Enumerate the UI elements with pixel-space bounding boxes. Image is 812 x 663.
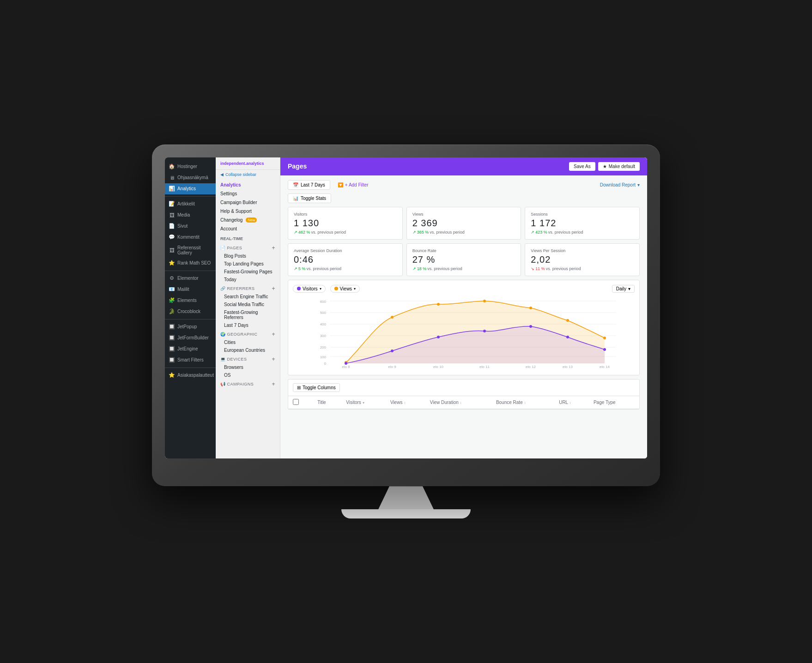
toggle-columns-button[interactable]: ⊞ Toggle Columns <box>293 383 340 392</box>
col-views[interactable]: Views ↕ <box>386 396 425 409</box>
legend-visitors[interactable]: Visitors ▾ <box>293 285 326 293</box>
star-icon: ★ <box>603 164 607 169</box>
sidebar-item-jetformbuilder[interactable]: 🔲 JetFormBuilder <box>165 332 216 344</box>
sidebar-item-asiakaspalautteut[interactable]: ⭐ Asiakaspalautteut <box>165 370 216 381</box>
header-buttons: Save As ★ Make default <box>569 162 640 171</box>
svg-text:elo 8: elo 8 <box>342 365 350 369</box>
svg-point-30 <box>483 330 486 332</box>
campaigns-add-btn[interactable]: + <box>272 381 275 387</box>
posts-icon: 📝 <box>169 201 175 207</box>
sidebar-sub-browsers[interactable]: Browsers <box>216 363 280 371</box>
daily-button[interactable]: Daily ▾ <box>612 285 635 293</box>
sidebar-sub-os[interactable]: OS <box>216 371 280 379</box>
stat-label-visitors: Visitors <box>294 212 397 217</box>
stat-label-views: Views <box>412 212 515 217</box>
sidebar-item-smart-filters[interactable]: 🔲 Smart Filters <box>165 355 216 366</box>
sidebar-sub-search-engine[interactable]: Search Engine Traffic <box>216 293 280 301</box>
col-page-type[interactable]: Page Type <box>589 396 639 409</box>
sidebar-item-sivut[interactable]: 📄 Sivut <box>165 221 216 232</box>
sidebar-item-analytics[interactable]: 📊 Analytics <box>165 183 216 194</box>
col-url[interactable]: URL ↕ <box>554 396 589 409</box>
toolbar-left: 📅 Last 7 Days 🔽 + Add Filter <box>288 180 372 190</box>
date-range-button[interactable]: 📅 Last 7 Days <box>288 180 330 190</box>
sidebar-item-jetengine[interactable]: 🔲 JetEngine <box>165 344 216 355</box>
svg-point-25 <box>566 319 569 322</box>
sidebar-item-jetpopup[interactable]: 🔲 JetPopup <box>165 321 216 332</box>
jetform-icon: 🔲 <box>169 335 175 341</box>
col-title[interactable]: Title <box>313 396 341 409</box>
media-icon: 🖼 <box>169 212 175 218</box>
stat-change-sessions: ↗ 423 % vs. previous period <box>531 230 634 235</box>
col-bounce-rate[interactable]: Bounce Rate ↕ <box>491 396 554 409</box>
sidebar-item-elements[interactable]: 🧩 Elements <box>165 295 216 306</box>
svg-point-31 <box>529 325 532 328</box>
sidebar-item-ohjaasnakyma[interactable]: 🖥 Ohjaasnäkymä <box>165 172 216 183</box>
add-filter-button[interactable]: 🔽 + Add Filter <box>334 181 372 189</box>
sidebar-sub-cities[interactable]: Cities <box>216 338 280 346</box>
sidebar-sub-blog-posts[interactable]: Blog Posts <box>216 252 280 260</box>
nav-analytics[interactable]: Analytics <box>216 181 280 189</box>
monitor-stand-base <box>341 509 471 518</box>
svg-text:elo 12: elo 12 <box>526 365 536 369</box>
stat-card-bounce-rate: Bounce Rate 27 % ↗ 18 % vs. previous per… <box>406 243 521 276</box>
sidebar-item-elementor[interactable]: ⚙ Elementor <box>165 273 216 284</box>
referrers-add-btn[interactable]: + <box>272 285 275 292</box>
data-table: Title Visitors ▾ Views ↕ <box>288 396 639 409</box>
stats-grid-row1: Visitors 1 130 ↗ 462 % vs. previous peri… <box>288 207 640 240</box>
stat-value-bounce-rate: 27 % <box>412 254 515 265</box>
sidebar-item-rankmath[interactable]: ⭐ Rank Math SEO <box>165 258 216 269</box>
svg-point-21 <box>391 316 394 319</box>
devices-add-btn[interactable]: + <box>272 356 275 362</box>
sidebar-item-referenssit[interactable]: 🖼 Referenssit Gallery <box>165 243 216 258</box>
sidebar-item-artikkelit[interactable]: 📝 Artikkelit <box>165 199 216 210</box>
col-view-duration[interactable]: View Duration ↕ <box>425 396 491 409</box>
stat-card-avg-session: Average Session Duration 0:46 ↗ 5 % vs. … <box>288 243 403 276</box>
sidebar-item-kommentit[interactable]: 💬 Kommentit <box>165 232 216 243</box>
sidebar-item-media[interactable]: 🖼 Media <box>165 210 216 221</box>
legend-views[interactable]: Views ▾ <box>330 285 360 293</box>
pages-add-btn[interactable]: + <box>272 245 275 251</box>
jetengine-icon: 🔲 <box>169 346 175 352</box>
sidebar-sub-european[interactable]: European Countries <box>216 346 280 354</box>
geo-icon: 🌍 <box>220 332 226 337</box>
stat-value-visitors: 1 130 <box>294 218 397 229</box>
make-default-button[interactable]: ★ Make default <box>598 162 640 171</box>
toggle-stats-button[interactable]: 📊 Toggle Stats <box>288 193 331 203</box>
chevron-down-icon: ▾ <box>637 182 640 187</box>
collapse-sidebar-btn[interactable]: ◀ Collapse sidebar <box>216 170 280 179</box>
nav-help-support[interactable]: Help & Support <box>216 207 280 216</box>
svg-point-33 <box>603 348 606 351</box>
stat-change-views-per-session: ↘ 11 % vs. previous period <box>531 266 634 271</box>
nav-account[interactable]: Account <box>216 224 280 233</box>
chevron-down-icon-daily: ▾ <box>628 286 630 291</box>
sidebar-sub-top-landing[interactable]: Top Landing Pages <box>216 260 280 268</box>
sidebar-group-pages: 📄 PAGES + <box>216 243 280 252</box>
geo-add-btn[interactable]: + <box>272 331 275 338</box>
sidebar-sub-fastest-referrers[interactable]: Fastest-Growing Referrers <box>216 308 280 321</box>
referrers-icon: 🔗 <box>220 286 226 291</box>
sidebar-item-maiilit[interactable]: 📧 Maiilit <box>165 284 216 295</box>
nav-changelog[interactable]: Changelog New <box>216 216 280 224</box>
sidebar-sub-today[interactable]: Today <box>216 276 280 283</box>
col-visitors[interactable]: Visitors ▾ <box>341 396 386 409</box>
stat-value-views-per-session: 2,02 <box>531 254 634 265</box>
arrow-up-icon-bounce: ↗ <box>412 266 416 271</box>
save-as-button[interactable]: Save As <box>569 162 595 171</box>
select-all-checkbox[interactable] <box>293 399 299 405</box>
table-header-row: Title Visitors ▾ Views ↕ <box>288 396 639 409</box>
rankmath-icon: ⭐ <box>169 260 175 266</box>
sidebar-item-crocoblock[interactable]: 🐊 Crocoblock <box>165 306 216 317</box>
sidebar-sub-last7days[interactable]: Last 7 Days <box>216 321 280 329</box>
sidebar-item-hostinger[interactable]: 🏠 Hostinger <box>165 161 216 172</box>
sidebar-sub-fastest-growing[interactable]: Fastest-Growing Pages <box>216 268 280 276</box>
sidebar-sub-social-media[interactable]: Social Media Traffic <box>216 301 280 308</box>
new-badge: New <box>246 217 257 223</box>
svg-point-28 <box>391 350 394 352</box>
wp-sidebar: 🏠 Hostinger 🖥 Ohjaasnäkymä 📊 Analytics 📝 <box>165 157 216 459</box>
svg-point-27 <box>345 362 347 365</box>
nav-campaign-builder[interactable]: Campaign Builder <box>216 198 280 207</box>
nav-settings[interactable]: Settings <box>216 189 280 198</box>
columns-icon: ⊞ <box>297 385 301 390</box>
download-report-button[interactable]: Download Report ▾ <box>600 182 640 187</box>
arrow-up-icon-views: ↗ <box>412 230 416 235</box>
